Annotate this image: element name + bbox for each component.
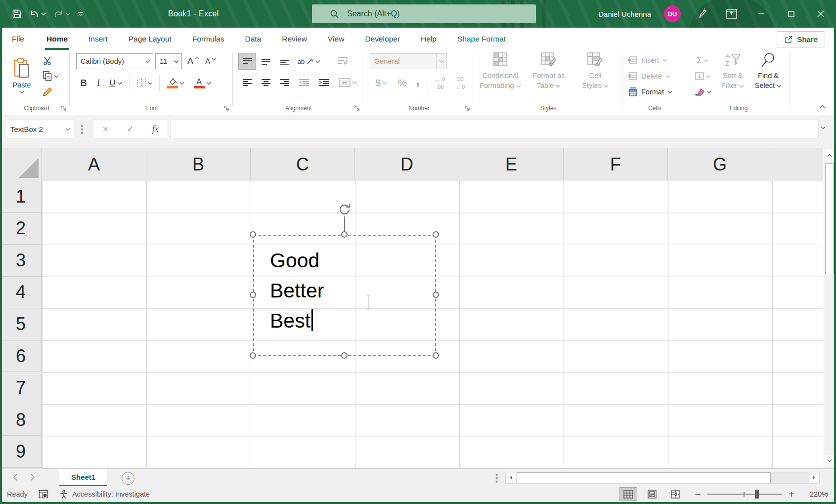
number-format-combobox[interactable]: General [370,53,447,69]
cancel-button[interactable]: × [102,123,108,135]
tab-review[interactable]: Review [271,28,317,50]
insert-cells-button[interactable]: Insert [628,53,670,68]
ribbon-display-options-button[interactable] [723,0,740,28]
vertical-scroll-thumb[interactable] [825,163,834,274]
row-header-5[interactable]: 5 [0,308,42,340]
increase-font-size-button[interactable]: A [185,53,202,69]
align-middle-button[interactable] [258,53,274,69]
selection-handle-bottom-center[interactable] [341,352,348,359]
scroll-left-button[interactable] [506,472,516,483]
align-top-button[interactable] [239,53,256,69]
column-header-d[interactable]: D [355,148,459,181]
tab-formulas[interactable]: Formulas [182,28,235,50]
horizontal-scrollbar[interactable] [505,472,820,484]
format-cells-button[interactable]: Format [628,84,675,99]
undo-button[interactable] [29,9,46,19]
tab-home[interactable]: Home [36,28,78,50]
save-button[interactable] [12,9,22,19]
row-header-7[interactable]: 7 [0,372,42,404]
merge-center-button[interactable] [336,75,359,90]
fill-button[interactable] [692,70,713,83]
align-left-button[interactable] [239,75,256,90]
font-dialog-launcher[interactable] [223,105,229,111]
enter-button[interactable]: ✓ [127,124,134,134]
find-select-button[interactable]: Find & Select [751,52,786,101]
formula-bar-grip[interactable]: ••• [81,124,84,134]
column-header-e[interactable]: E [459,148,564,181]
paste-button[interactable]: Paste [9,52,35,100]
customize-qat-button[interactable] [77,11,84,17]
tab-shape-format[interactable]: Shape Format [447,28,516,50]
scroll-down-button[interactable] [825,455,834,466]
maximize-button[interactable] [783,0,799,28]
column-header-b[interactable]: B [146,148,251,181]
row-header-1[interactable]: 1 [0,181,42,213]
decrease-font-size-button[interactable]: A [203,54,219,69]
column-header-a[interactable]: A [42,148,146,181]
selection-handle-bottom-right[interactable] [433,352,439,359]
conditional-formatting-button[interactable]: Conditional Formatting [477,52,524,101]
tab-help[interactable]: Help [410,28,447,50]
selection-handle-middle-left[interactable] [250,292,256,298]
font-size-combobox[interactable]: 11 [155,53,182,69]
tab-data[interactable]: Data [234,28,271,50]
row-header-6[interactable]: 6 [0,340,42,373]
format-as-table-button[interactable]: Format as Table [525,52,572,101]
collapse-ribbon-button[interactable] [816,101,829,111]
column-header-partial[interactable] [772,148,823,181]
sheet-nav-left-button[interactable] [13,474,17,481]
name-box-dropdown[interactable] [62,127,74,131]
column-header-f[interactable]: F [564,148,668,181]
percent-style-button[interactable]: % [395,76,410,90]
underline-button[interactable]: U [106,76,126,90]
zoom-in-button[interactable]: + [789,489,794,500]
italic-button[interactable]: I [93,76,104,90]
zoom-level[interactable]: 220% [806,490,828,498]
borders-button[interactable] [133,76,155,90]
font-name-combobox[interactable]: Calibri (Body) [76,53,153,69]
row-header-4[interactable]: 4 [0,277,42,309]
comma-style-button[interactable]: , [412,72,424,88]
clipboard-dialog-launcher[interactable] [61,105,67,111]
cell-styles-button[interactable]: Cell Styles [572,52,619,101]
autosum-button[interactable]: Σ [692,54,713,67]
copy-button[interactable] [39,70,62,83]
search-input[interactable]: Search (Alt+Q) [312,4,536,23]
accessibility-checker-button[interactable]: Accessibility: Investigate [59,490,150,499]
fill-color-button[interactable] [164,76,187,90]
selection-handle-top-center[interactable] [341,231,348,238]
zoom-out-button[interactable]: − [695,489,701,500]
tab-page-layout[interactable]: Page Layout [118,28,182,50]
scroll-up-button[interactable] [825,149,834,161]
column-header-c[interactable]: C [251,148,355,181]
close-button[interactable] [812,0,829,28]
insert-function-button[interactable]: fx [152,124,159,134]
selection-handle-middle-right[interactable] [433,292,439,298]
align-bottom-button[interactable] [276,53,293,69]
formula-input[interactable] [170,120,819,138]
row-header-9[interactable]: 9 [0,436,42,468]
page-break-preview-button[interactable] [667,488,684,501]
increase-indent-button[interactable] [315,75,333,90]
row-header-2[interactable]: 2 [0,213,42,245]
selection-handle-top-left[interactable] [250,231,256,238]
tab-developer[interactable]: Developer [354,28,410,50]
redo-button[interactable] [53,9,70,19]
sheet-nav-right-button[interactable] [31,474,35,481]
scroll-right-button[interactable] [809,472,819,483]
selection-handle-bottom-left[interactable] [250,352,256,359]
clear-button[interactable] [692,85,713,98]
page-layout-view-button[interactable] [644,488,660,501]
number-dialog-launcher[interactable] [464,105,470,111]
add-sheet-button[interactable]: + [122,472,134,485]
tab-splitter-grip[interactable]: ••• [495,473,498,483]
align-center-button[interactable] [258,75,274,90]
tab-file[interactable]: File [0,28,36,50]
formula-bar-expand-button[interactable] [821,126,826,129]
delete-cells-button[interactable]: Delete [628,69,673,84]
select-all-corner[interactable] [0,148,42,181]
name-box[interactable]: TextBox 2 [5,120,74,138]
selection-handle-top-right[interactable] [433,231,439,238]
increase-decimal-button[interactable]: ←.0.00 [431,75,449,91]
inking-pen-button[interactable] [694,0,710,28]
